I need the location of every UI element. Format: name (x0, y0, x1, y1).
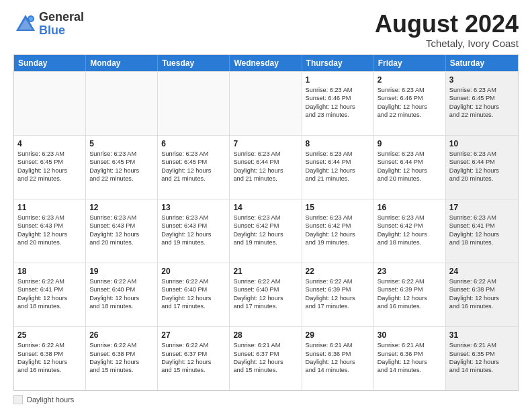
sunrise-text: Sunrise: 6:23 AM (233, 214, 298, 222)
sunset-text: Sunset: 6:45 PM (161, 158, 226, 166)
day-cell-6: 6Sunrise: 6:23 AMSunset: 6:45 PMDaylight… (158, 136, 230, 199)
daylight-text: Daylight: 12 hours (449, 103, 515, 111)
daylight-minutes-text: and 19 minutes. (233, 238, 298, 246)
day-number: 5 (89, 138, 154, 149)
daylight-text: Daylight: 12 hours (89, 294, 154, 302)
sunset-text: Sunset: 6:41 PM (17, 285, 82, 293)
day-number: 10 (449, 138, 515, 149)
header-day-saturday: Saturday (446, 55, 518, 71)
sunrise-text: Sunrise: 6:23 AM (378, 214, 442, 222)
day-cell-23: 23Sunrise: 6:22 AMSunset: 6:39 PMDayligh… (374, 263, 446, 326)
day-number: 9 (378, 138, 442, 149)
sunrise-text: Sunrise: 6:22 AM (306, 277, 370, 285)
sunrise-text: Sunrise: 6:23 AM (449, 150, 515, 158)
sunset-text: Sunset: 6:41 PM (449, 222, 515, 230)
logo-general: General (39, 11, 84, 24)
page: General Blue August 2024 Tchetaly, Ivory… (0, 0, 532, 411)
daylight-text: Daylight: 12 hours (449, 230, 515, 238)
daylight-minutes-text: and 22 minutes. (89, 175, 154, 183)
sunset-text: Sunset: 6:43 PM (17, 222, 82, 230)
day-cell-16: 16Sunrise: 6:23 AMSunset: 6:42 PMDayligh… (374, 199, 446, 263)
daylight-text: Daylight: 12 hours (161, 358, 226, 366)
daylight-text: Daylight: 12 hours (449, 167, 515, 175)
day-number: 3 (449, 75, 515, 85)
daylight-minutes-text: and 17 minutes. (161, 302, 226, 310)
day-number: 2 (378, 75, 442, 85)
day-number: 12 (89, 202, 154, 213)
daylight-text: Daylight: 12 hours (378, 294, 442, 302)
daylight-text: Daylight: 12 hours (161, 294, 226, 302)
calendar-body: 1Sunrise: 6:23 AMSunset: 6:46 PMDaylight… (14, 71, 518, 390)
sunrise-text: Sunrise: 6:23 AM (233, 150, 298, 158)
daylight-minutes-text: and 19 minutes. (306, 238, 370, 246)
daylight-text: Daylight: 12 hours (306, 230, 370, 238)
sunrise-text: Sunrise: 6:23 AM (89, 150, 154, 158)
day-number: 29 (306, 330, 370, 340)
sunrise-text: Sunrise: 6:23 AM (17, 150, 82, 158)
day-cell-25: 25Sunrise: 6:22 AMSunset: 6:38 PMDayligh… (14, 327, 86, 390)
sunset-text: Sunset: 6:40 PM (161, 285, 226, 293)
day-cell-26: 26Sunrise: 6:22 AMSunset: 6:38 PMDayligh… (86, 327, 158, 390)
daylight-minutes-text: and 16 minutes. (17, 366, 82, 374)
daylight-minutes-text: and 17 minutes. (233, 302, 298, 310)
day-number: 31 (449, 330, 515, 340)
sunrise-text: Sunrise: 6:22 AM (89, 341, 154, 349)
daylight-minutes-text: and 18 minutes. (17, 302, 82, 310)
sunrise-text: Sunrise: 6:23 AM (449, 86, 515, 94)
daylight-text: Daylight: 12 hours (17, 294, 82, 302)
sunrise-text: Sunrise: 6:23 AM (161, 150, 226, 158)
daylight-minutes-text: and 21 minutes. (161, 175, 226, 183)
header: General Blue August 2024 Tchetaly, Ivory… (13, 11, 519, 49)
sunrise-text: Sunrise: 6:22 AM (449, 277, 515, 285)
day-number: 14 (233, 202, 298, 213)
sunrise-text: Sunrise: 6:23 AM (306, 86, 370, 94)
day-cell-9: 9Sunrise: 6:23 AMSunset: 6:44 PMDaylight… (374, 136, 446, 199)
daylight-text: Daylight: 12 hours (17, 230, 82, 238)
daylight-text: Daylight: 12 hours (233, 294, 298, 302)
daylight-minutes-text: and 18 minutes. (89, 302, 154, 310)
day-number: 8 (306, 138, 370, 149)
day-cell-15: 15Sunrise: 6:23 AMSunset: 6:42 PMDayligh… (302, 199, 374, 263)
daylight-text: Daylight: 12 hours (161, 167, 226, 175)
header-day-friday: Friday (374, 55, 446, 71)
day-cell-28: 28Sunrise: 6:21 AMSunset: 6:37 PMDayligh… (230, 327, 302, 390)
sunset-text: Sunset: 6:45 PM (89, 158, 154, 166)
sunset-text: Sunset: 6:39 PM (378, 285, 442, 293)
header-day-sunday: Sunday (14, 55, 86, 71)
sunrise-text: Sunrise: 6:22 AM (233, 277, 298, 285)
day-number: 26 (89, 330, 154, 340)
calendar-row-4: 25Sunrise: 6:22 AMSunset: 6:38 PMDayligh… (14, 326, 518, 390)
logo-icon (13, 12, 38, 36)
day-number: 28 (233, 330, 298, 340)
sunrise-text: Sunrise: 6:21 AM (233, 341, 298, 349)
daylight-text: Daylight: 12 hours (378, 358, 442, 366)
daylight-minutes-text: and 22 minutes. (378, 111, 442, 119)
day-number: 7 (233, 138, 298, 149)
day-cell-7: 7Sunrise: 6:23 AMSunset: 6:44 PMDaylight… (230, 136, 302, 199)
empty-cell (230, 72, 302, 135)
sunset-text: Sunset: 6:36 PM (378, 350, 442, 358)
daylight-text: Daylight: 12 hours (306, 358, 370, 366)
day-cell-27: 27Sunrise: 6:22 AMSunset: 6:37 PMDayligh… (158, 327, 230, 390)
daylight-text: Daylight: 12 hours (89, 358, 154, 366)
sunrise-text: Sunrise: 6:23 AM (89, 214, 154, 222)
day-cell-19: 19Sunrise: 6:22 AMSunset: 6:40 PMDayligh… (86, 263, 158, 326)
sunset-text: Sunset: 6:40 PM (89, 285, 154, 293)
day-number: 19 (89, 266, 154, 277)
day-number: 25 (17, 330, 82, 340)
day-cell-14: 14Sunrise: 6:23 AMSunset: 6:42 PMDayligh… (230, 199, 302, 263)
daylight-text: Daylight: 12 hours (449, 358, 515, 366)
sunrise-text: Sunrise: 6:22 AM (378, 277, 442, 285)
day-number: 18 (17, 266, 82, 277)
calendar-row-0: 1Sunrise: 6:23 AMSunset: 6:46 PMDaylight… (14, 71, 518, 135)
daylight-minutes-text: and 16 minutes. (449, 302, 515, 310)
sunset-text: Sunset: 6:39 PM (306, 285, 370, 293)
logo-text: General Blue (39, 11, 84, 38)
sunset-text: Sunset: 6:43 PM (161, 222, 226, 230)
daylight-minutes-text: and 15 minutes. (233, 366, 298, 374)
day-number: 30 (378, 330, 442, 340)
day-cell-29: 29Sunrise: 6:21 AMSunset: 6:36 PMDayligh… (302, 327, 374, 390)
sunset-text: Sunset: 6:44 PM (306, 158, 370, 166)
day-cell-2: 2Sunrise: 6:23 AMSunset: 6:46 PMDaylight… (374, 72, 446, 135)
day-cell-20: 20Sunrise: 6:22 AMSunset: 6:40 PMDayligh… (158, 263, 230, 326)
